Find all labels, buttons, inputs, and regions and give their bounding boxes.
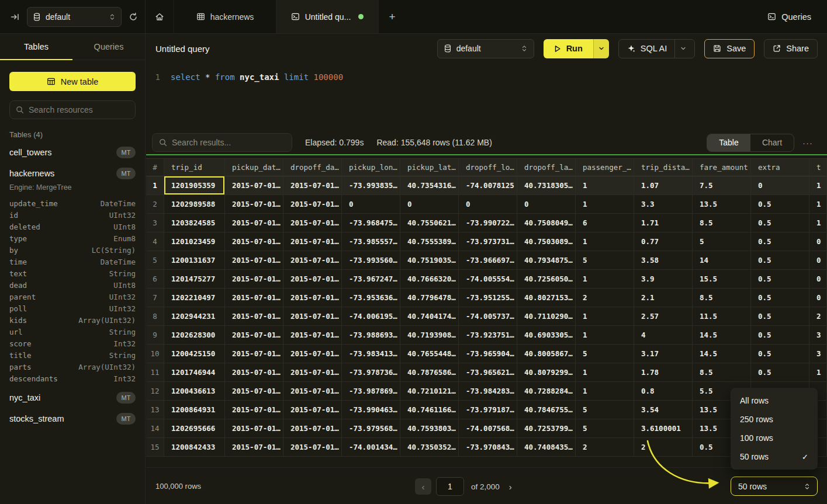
data-cell[interactable]: 0	[751, 176, 809, 195]
data-cell[interactable]: -73.979187…	[459, 401, 517, 419]
data-cell[interactable]: 0	[400, 195, 459, 214]
data-cell[interactable]: 15.5	[693, 270, 751, 289]
data-cell[interactable]: 2015-07-01…	[225, 176, 283, 195]
data-cell[interactable]: 2	[634, 438, 693, 457]
data-cell[interactable]: -73.965904…	[459, 345, 517, 363]
data-cell[interactable]: 40.8027153…	[517, 289, 576, 307]
data-cell[interactable]: 6	[576, 214, 634, 232]
data-cell[interactable]: 2015-07-01…	[283, 289, 342, 307]
tab-home[interactable]	[146, 0, 174, 33]
data-cell[interactable]: 8.5	[693, 214, 751, 232]
data-cell[interactable]: 1	[576, 195, 634, 214]
row-number-cell[interactable]: 1	[146, 176, 164, 195]
data-cell[interactable]: 2015-07-01…	[225, 401, 283, 419]
sidebar-item-hackernews[interactable]: hackernews MT	[0, 165, 145, 182]
data-cell[interactable]: 40.7876586…	[400, 363, 459, 382]
data-cell[interactable]: 2015-07-01…	[225, 382, 283, 401]
refresh-icon[interactable]	[129, 12, 138, 22]
data-cell[interactable]: 2015-07-01…	[225, 232, 283, 251]
data-cell[interactable]: 40.7503089…	[517, 232, 576, 251]
query-title[interactable]: Untitled query	[155, 44, 210, 54]
data-cell[interactable]: 0	[809, 232, 827, 251]
data-cell[interactable]: 2015-07-01…	[225, 251, 283, 270]
query-database-selector[interactable]: default	[437, 39, 534, 58]
data-cell[interactable]: 5	[576, 401, 634, 419]
data-cell[interactable]: -73.993560…	[342, 251, 400, 270]
data-cell[interactable]: 40.7404174…	[400, 307, 459, 326]
data-cell[interactable]: 40.7593803…	[400, 419, 459, 438]
data-cell[interactable]: 5	[576, 419, 634, 438]
column-header[interactable]: dropoff_da…	[283, 159, 342, 176]
data-cell[interactable]: 40.7555389…	[400, 232, 459, 251]
data-cell[interactable]: 40.8079299…	[517, 363, 576, 382]
data-cell[interactable]: 0.5	[751, 326, 809, 345]
column-header[interactable]: dropoff_la…	[517, 159, 576, 176]
data-cell[interactable]: -74.0078125	[459, 176, 517, 195]
data-cell[interactable]: 0.5	[751, 195, 809, 214]
data-cell[interactable]: 0.5	[751, 232, 809, 251]
row-number-cell[interactable]: 15	[146, 438, 164, 457]
data-cell[interactable]: 40.7193908…	[400, 326, 459, 345]
data-cell[interactable]: 1	[576, 232, 634, 251]
data-cell[interactable]: -73.978736…	[342, 363, 400, 382]
data-cell[interactable]: 3.9	[634, 270, 693, 289]
data-cell[interactable]: 1201475277	[164, 270, 225, 289]
data-cell[interactable]: 0.5	[751, 307, 809, 326]
data-cell[interactable]: 14.5	[693, 326, 751, 345]
view-toggle-chart[interactable]: Chart	[750, 134, 794, 151]
data-cell[interactable]: 2015-07-01…	[283, 438, 342, 457]
data-cell[interactable]: 40.7110290…	[517, 307, 576, 326]
tab-hackernews[interactable]: hackernews	[174, 0, 276, 33]
row-number-cell[interactable]: 2	[146, 195, 164, 214]
new-table-button[interactable]: New table	[9, 72, 136, 91]
sidebar-tab-tables[interactable]: Tables	[0, 34, 72, 60]
data-cell[interactable]: 1200842433	[164, 438, 225, 457]
column-header[interactable]: t	[809, 159, 827, 176]
data-cell[interactable]: 2.1	[634, 289, 693, 307]
data-cell[interactable]: 2015-07-01…	[225, 214, 283, 232]
data-cell[interactable]: 14.5	[693, 345, 751, 363]
data-cell[interactable]: -73.923751…	[459, 326, 517, 345]
data-cell[interactable]: 2015-07-01…	[283, 419, 342, 438]
sql-editor[interactable]: 1 select * from nyc_taxi limit 100000	[146, 63, 827, 131]
data-cell[interactable]: 0.5	[751, 270, 809, 289]
data-cell[interactable]: 4	[634, 326, 693, 345]
data-cell[interactable]: -73.985557…	[342, 232, 400, 251]
data-cell[interactable]: 2015-07-01…	[225, 363, 283, 382]
sidebar-item-stocks-stream[interactable]: stocks_stream MT	[0, 410, 145, 427]
column-header[interactable]: extra	[751, 159, 809, 176]
column-header[interactable]: pickup_lon…	[342, 159, 400, 176]
row-number-cell[interactable]: 10	[146, 345, 164, 363]
data-cell[interactable]: -73.965621…	[459, 363, 517, 382]
data-cell[interactable]: -73.990722…	[459, 214, 517, 232]
data-cell[interactable]: 1	[809, 363, 827, 382]
data-cell[interactable]: 2015-07-01…	[225, 270, 283, 289]
column-header[interactable]: trip_id	[164, 159, 225, 176]
data-cell[interactable]: 40.7846755…	[517, 401, 576, 419]
data-cell[interactable]: 1200864931	[164, 401, 225, 419]
data-cell[interactable]: 0	[809, 289, 827, 307]
tab-untitled-query[interactable]: Untitled qu...	[276, 0, 379, 33]
data-cell[interactable]: -73.951255…	[459, 289, 517, 307]
chevron-down-icon[interactable]	[680, 46, 686, 51]
data-cell[interactable]: 40.7519035…	[400, 251, 459, 270]
data-cell[interactable]: 40.7256050…	[517, 270, 576, 289]
data-cell[interactable]: 2015-07-01…	[225, 345, 283, 363]
rows-menu-item[interactable]: All rows	[731, 391, 818, 410]
data-cell[interactable]: 2015-07-01…	[283, 326, 342, 345]
data-cell[interactable]: 1200436613	[164, 382, 225, 401]
data-cell[interactable]: 3.58	[634, 251, 693, 270]
row-number-cell[interactable]: 7	[146, 289, 164, 307]
data-cell[interactable]: -74.001434…	[342, 438, 400, 457]
view-toggle-table[interactable]: Table	[707, 134, 750, 151]
data-cell[interactable]: 2.57	[634, 307, 693, 326]
data-cell[interactable]: -73.988693…	[342, 326, 400, 345]
data-cell[interactable]: 0	[342, 195, 400, 214]
database-selector[interactable]: default	[27, 7, 122, 27]
data-cell[interactable]: -73.983413…	[342, 345, 400, 363]
data-cell[interactable]: -73.967247…	[342, 270, 400, 289]
data-cell[interactable]: 0	[459, 195, 517, 214]
data-cell[interactable]: 40.7666320…	[400, 270, 459, 289]
results-resize-handle[interactable]	[146, 154, 827, 155]
data-cell[interactable]: 1201023459	[164, 232, 225, 251]
